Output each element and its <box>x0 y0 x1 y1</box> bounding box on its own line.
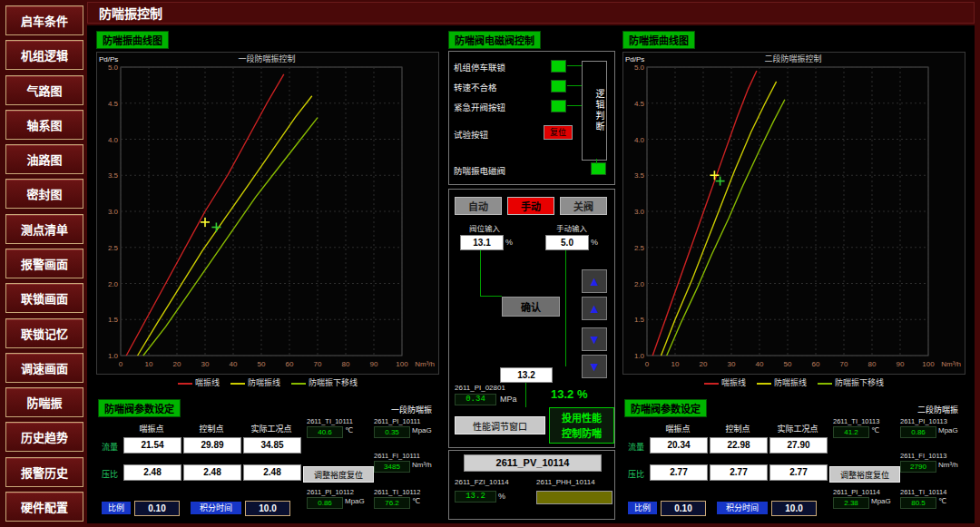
svg-text:5.0: 5.0 <box>108 63 119 72</box>
flow-surge-cell[interactable]: 20.34 <box>650 437 708 454</box>
sidebar-item-alarm-screen[interactable]: 报警画面 <box>5 249 83 278</box>
control-line-swatch <box>757 383 771 385</box>
flow-control-cell[interactable]: 22.98 <box>710 437 768 454</box>
sidebar-item-interlock-memory[interactable]: 联锁记忆 <box>5 318 83 348</box>
speed-fail-label: 转速不合格 <box>454 81 497 93</box>
sensor-unit: MpaG <box>412 426 432 434</box>
integral-time-value[interactable]: 10.0 <box>245 501 290 516</box>
integral-time-label: 积分时间 <box>717 502 768 514</box>
decrement-small-button[interactable]: ▼ <box>582 327 607 351</box>
output-value-box[interactable]: 13.2 <box>500 367 553 383</box>
sidebar-item-interlock-screen[interactable]: 联锁画面 <box>5 283 83 313</box>
margin-reset-button[interactable]: 调整裕度复位 <box>303 466 374 483</box>
svg-text:4.0: 4.0 <box>108 136 119 144</box>
svg-text:二段防喘振控制: 二段防喘振控制 <box>764 54 821 63</box>
integral-time-value[interactable]: 10.0 <box>771 501 817 516</box>
stage1-chart-tag: 防喘振曲线图 <box>96 31 169 49</box>
sidebar-item-hardware-config[interactable]: 硬件配置 <box>5 492 83 522</box>
performance-window-button[interactable]: 性能调节窗口 <box>455 416 545 434</box>
sidebar-item-point-list[interactable]: 测点清单 <box>5 214 83 244</box>
svg-text:1.5: 1.5 <box>634 316 645 324</box>
stage2-params-panel: 防喘阀参数设定 二段防喘振 喘振点 控制点 实际工况点 流量 20.34 22.… <box>622 399 965 522</box>
sensor-label: 2611_TI_10112 <box>374 488 439 496</box>
svg-text:0: 0 <box>645 360 650 368</box>
increment-small-button[interactable]: ▲ <box>582 297 607 320</box>
sensor-label: 2611_FI_10111 <box>374 452 439 460</box>
sensor-value: 80.5 <box>900 497 936 509</box>
increment-large-button[interactable]: ▲ <box>582 269 607 293</box>
sidebar-item-unit-logic[interactable]: 机组逻辑 <box>5 40 83 70</box>
confirm-button[interactable]: 确认 <box>502 297 560 317</box>
connector-line <box>480 296 502 297</box>
proportional-label: 比例 <box>102 502 131 514</box>
svg-text:3.0: 3.0 <box>108 208 119 216</box>
sidebar-item-gas-path[interactable]: 气路图 <box>5 75 83 105</box>
sidebar-item-seal-diagram[interactable]: 密封图 <box>5 179 83 209</box>
close-valve-mode-button[interactable]: 关阀 <box>560 197 607 215</box>
stage2-chart-svg: 01020304050607080901001.01.52.02.53.03.5… <box>623 53 963 372</box>
sensor-label: 2611_PI_10113 <box>900 417 965 425</box>
sidebar-item-oil-path[interactable]: 油路图 <box>5 144 83 174</box>
ratio-control-cell[interactable]: 2.77 <box>710 464 768 481</box>
sidebar-item-shaft-diagram[interactable]: 轴系图 <box>5 110 83 140</box>
stage1-chart-svg: 01020304050607080901001.01.52.02.53.03.5… <box>97 53 436 372</box>
sensor-value: 3485 <box>374 461 410 473</box>
sensor-unit: ℃ <box>871 426 879 434</box>
sensor-value: 0.86 <box>307 497 343 509</box>
enable-line2: 控制防喘 <box>562 428 602 439</box>
proportional-label: 比例 <box>628 502 657 514</box>
svg-text:80: 80 <box>868 360 877 368</box>
pv-box: 2611_PV_10114 2611_FZI_10114 13.2 % 2611… <box>448 450 615 520</box>
manual-mode-button[interactable]: 手动 <box>507 197 554 215</box>
decrement-large-button[interactable]: ▼ <box>582 355 607 378</box>
ratio-surge-cell[interactable]: 2.48 <box>123 464 181 481</box>
svg-text:40: 40 <box>230 360 238 368</box>
interlock-indicator <box>551 60 566 73</box>
sidebar-item-history-trend[interactable]: 历史趋势 <box>5 422 83 452</box>
proportional-value[interactable]: 0.10 <box>661 501 706 516</box>
svg-text:4.5: 4.5 <box>634 100 645 108</box>
legend-item: 防喘振下移线 <box>291 376 358 388</box>
ratio-control-cell[interactable]: 2.48 <box>183 464 241 481</box>
svg-text:90: 90 <box>897 360 905 368</box>
flow-surge-cell[interactable]: 21.54 <box>123 437 181 454</box>
svg-text:3.5: 3.5 <box>634 171 645 180</box>
auto-mode-button[interactable]: 自动 <box>455 197 502 215</box>
ratio-surge-cell[interactable]: 2.77 <box>650 464 708 481</box>
valve-control-box: 自动 手动 关阀 阀位输入 手动输入 13.1 % 5.0 % 确认 ▲ ▲ ▼… <box>448 189 615 448</box>
sidebar: 启车条件 机组逻辑 气路图 轴系图 油路图 密封图 测点清单 报警画面 联锁画面… <box>5 5 83 522</box>
stage2-chart-tag: 防喘振曲线图 <box>622 31 695 49</box>
sidebar-item-anti-surge[interactable]: 防喘振 <box>5 387 83 417</box>
sensor-ti-10114: 2611_TI_10114 80.5℃ <box>900 488 965 508</box>
sidebar-item-start-conditions[interactable]: 启车条件 <box>5 5 83 35</box>
sidebar-item-alarm-history[interactable]: 报警历史 <box>5 457 83 487</box>
ratio-actual-cell: 2.77 <box>769 464 828 481</box>
svg-text:2.5: 2.5 <box>634 244 645 252</box>
interlock-label: 机组停车联锁 <box>454 61 505 73</box>
stage1-chart-panel: 防喘振曲线图 01020304050607080901001.01.52.02.… <box>96 31 439 395</box>
stage1-params-subtitle: 一段防喘振 <box>391 404 432 415</box>
valve-position-input[interactable]: 13.1 <box>460 235 504 250</box>
connector-line <box>596 159 597 164</box>
enable-performance-button[interactable]: 投用性能 控制防喘 <box>549 407 614 444</box>
page-title: 防喘振控制 <box>87 2 975 24</box>
sensor-unit: MpaG <box>938 426 958 434</box>
legend-item: 喘振线 <box>704 376 746 388</box>
manual-input[interactable]: 5.0 <box>545 235 589 250</box>
sensor-unit: ℃ <box>938 497 946 505</box>
main-content: 防喘振曲线图 01020304050607080901001.01.52.02.… <box>87 25 975 523</box>
flow-control-cell[interactable]: 29.89 <box>183 437 241 454</box>
sensor-label: 2611_PI_10111 <box>374 417 439 425</box>
svg-text:一段防喘振控制: 一段防喘振控制 <box>238 54 295 63</box>
svg-text:2.0: 2.0 <box>634 280 645 288</box>
svg-text:Nm³/h: Nm³/h <box>941 360 961 368</box>
test-reset-button[interactable]: 复位 <box>544 125 573 140</box>
connector-line <box>567 105 582 106</box>
connector-line <box>565 250 566 366</box>
sensor-label: 2611_TI_10111 <box>307 417 372 425</box>
stage2-params-subtitle: 二段防喘振 <box>917 404 958 415</box>
svg-text:1.5: 1.5 <box>108 316 119 324</box>
margin-reset-button[interactable]: 调整裕度复位 <box>829 466 900 483</box>
proportional-value[interactable]: 0.10 <box>134 501 180 516</box>
sidebar-item-speed-screen[interactable]: 调速画面 <box>5 353 83 383</box>
